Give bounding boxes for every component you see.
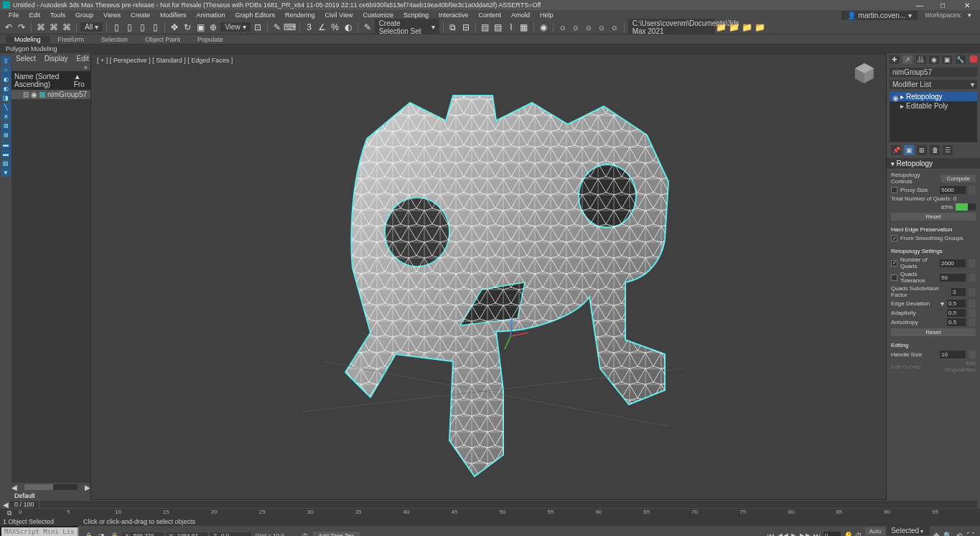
progress-slider[interactable] <box>956 203 976 211</box>
scene-hscroll[interactable]: ◀ ▶ <box>11 483 90 491</box>
scroll-thumb[interactable] <box>24 484 53 490</box>
viewport[interactable]: [ + ] [ Perspective ] [ Standard ] [ Edg… <box>90 53 887 500</box>
z-value[interactable]: 0.0 <box>220 532 248 536</box>
open-folder-button[interactable]: 📁 <box>716 22 727 33</box>
goto-end-button[interactable]: ⏭ <box>812 531 822 537</box>
selection-set-dropdown[interactable]: Create Selection Set ▾ <box>375 19 439 36</box>
y-value[interactable]: 1084.97 <box>176 532 205 536</box>
se-tool-3[interactable]: ◐ <box>1 75 11 83</box>
ribbon-tab-object-paint[interactable]: Object Paint <box>136 36 189 43</box>
mirror-button[interactable]: ⧉ <box>447 22 459 33</box>
menu-modifiers[interactable]: Modifiers <box>156 11 191 19</box>
render-setup-button[interactable]: ☼ <box>557 22 569 33</box>
angle-snap-button[interactable]: ∠ <box>317 22 328 33</box>
num-quads-checkbox[interactable]: ✓ <box>891 260 897 267</box>
menu-views[interactable]: Views <box>99 11 125 19</box>
modifier-list-dropdown[interactable]: Modifier List ▾ <box>890 80 977 89</box>
key-mode-button[interactable]: 🔑 <box>842 531 852 537</box>
configure-sets-button[interactable]: ☰ <box>943 145 953 155</box>
se-tool-10[interactable]: ▬ <box>1 140 11 149</box>
proxy-size-input[interactable] <box>940 186 966 194</box>
ref-coord-dropdown[interactable]: View ▾ <box>220 22 251 32</box>
pin-stack-button[interactable]: 📌 <box>891 145 901 155</box>
se-tool-12[interactable]: ▤ <box>1 159 11 167</box>
se-tool-8[interactable]: ⊞ <box>1 121 11 130</box>
motion-tab[interactable]: ◉ <box>929 55 939 64</box>
unlink-button[interactable]: ⌘ <box>48 22 60 33</box>
spinner[interactable] <box>969 351 976 359</box>
nav-pan-button[interactable]: ✥ <box>931 531 941 537</box>
modifier-item[interactable]: ◉ ▸ Retopology <box>890 92 977 101</box>
ruler-toggle[interactable]: ⧉ <box>0 509 19 517</box>
render-frame-button[interactable]: ☼ <box>570 22 582 33</box>
project-path[interactable]: C:\Users\covenm\Documents\3ds Max 2021 <box>628 19 714 36</box>
nav-orbit-button[interactable]: ⟲ <box>954 531 964 537</box>
se-tool-9[interactable]: ⊞ <box>1 131 11 139</box>
quads-tol-input[interactable] <box>940 274 966 282</box>
se-tool-7[interactable]: ✕ <box>1 112 11 121</box>
nav-max-button[interactable]: ⛶ <box>966 531 976 537</box>
smoothing-groups-checkbox[interactable]: ✓ <box>891 235 897 241</box>
select-name-button[interactable]: ▯ <box>123 22 135 33</box>
align-button[interactable]: ⊟ <box>460 22 472 33</box>
se-tool-5[interactable]: ◨ <box>1 93 11 102</box>
adaptivity-input[interactable] <box>947 309 966 317</box>
object-name-field[interactable]: nimGroup57 <box>890 68 977 77</box>
current-frame-input[interactable] <box>823 532 841 536</box>
se-tool-11[interactable]: ▬ <box>1 149 11 158</box>
menu-file[interactable]: File <box>4 11 24 19</box>
expand-icon[interactable]: ⊟ <box>23 91 29 98</box>
spinner[interactable] <box>969 288 976 296</box>
menu-create[interactable]: Create <box>126 11 154 19</box>
spinner[interactable] <box>969 318 976 326</box>
selection-lock-icon[interactable]: 🔒 <box>109 532 119 537</box>
x-value[interactable]: 586.378 <box>132 532 161 536</box>
menu-help[interactable]: Help <box>536 11 558 19</box>
menu-civil-view[interactable]: Civil View <box>321 11 358 19</box>
scene-tab-display[interactable]: Display <box>40 53 73 64</box>
time-config-button[interactable]: ⏱ <box>300 532 310 537</box>
chevron-down-icon[interactable]: ▾ <box>941 300 944 308</box>
snap-3-button[interactable]: 3 <box>304 22 315 33</box>
edge-dev-input[interactable] <box>947 300 966 308</box>
redo-button[interactable]: ↷ <box>16 22 27 33</box>
utilities-tab[interactable]: 🔧 <box>956 55 966 64</box>
scroll-right-icon[interactable]: ▶ <box>85 484 90 491</box>
menu-rendering[interactable]: Rendering <box>281 11 319 19</box>
spinner-snap-button[interactable]: ◐ <box>342 22 354 33</box>
reset-button[interactable]: Reset <box>891 213 976 221</box>
edit-set-button[interactable]: ✎ <box>362 22 373 33</box>
viewport-label[interactable]: [ + ] [ Perspective ] [ Standard ] [ Edg… <box>97 57 233 64</box>
user-account[interactable]: 👤 martin.coven... ▾ <box>841 11 918 20</box>
rollout-header[interactable]: ▾ Retopology <box>887 158 980 170</box>
select-region-button[interactable]: ▯ <box>136 22 148 33</box>
ribbon-tab-selection[interactable]: Selection <box>93 36 136 43</box>
color-swatch[interactable] <box>970 55 977 63</box>
link-button[interactable]: ⌘ <box>35 22 47 33</box>
reset-settings-button[interactable]: Reset <box>891 328 976 336</box>
scene-tab-select[interactable]: Select <box>11 53 40 64</box>
window-crossing-button[interactable]: ▯ <box>149 22 161 33</box>
menu-arnold[interactable]: Arnold <box>507 11 534 19</box>
hierarchy-tab[interactable]: 品 <box>916 55 926 64</box>
rotate-button[interactable]: ↻ <box>182 22 193 33</box>
se-tool-13[interactable]: ▼ <box>1 168 11 177</box>
eye-icon[interactable]: ◉ <box>892 94 898 100</box>
maxscript-listener[interactable] <box>0 526 79 536</box>
create-tab[interactable]: ✚ <box>890 55 900 64</box>
remove-modifier-button[interactable]: 🗑 <box>930 145 940 155</box>
modify-tab[interactable]: ↗ <box>902 55 913 64</box>
goto-start-button[interactable]: ⏮ <box>766 531 776 537</box>
percent-snap-button[interactable]: % <box>330 22 341 33</box>
menu-group[interactable]: Group <box>71 11 98 19</box>
render-button[interactable]: ☼ <box>583 22 594 33</box>
curve-editor-button[interactable]: ⌇ <box>505 22 517 33</box>
spinner[interactable] <box>969 309 976 317</box>
pivot-button[interactable]: ⊡ <box>252 22 263 33</box>
close-button[interactable]: ✕ <box>957 1 977 9</box>
render-prod-button[interactable]: ☼ <box>596 22 607 33</box>
eye-icon[interactable]: ◉ <box>31 91 37 98</box>
scene-column-header[interactable]: Name (Sorted Ascending) ▲ Fro <box>11 71 90 90</box>
ribbon-tab-populate[interactable]: Populate <box>189 36 232 43</box>
material-editor-button[interactable]: ◉ <box>538 22 549 33</box>
